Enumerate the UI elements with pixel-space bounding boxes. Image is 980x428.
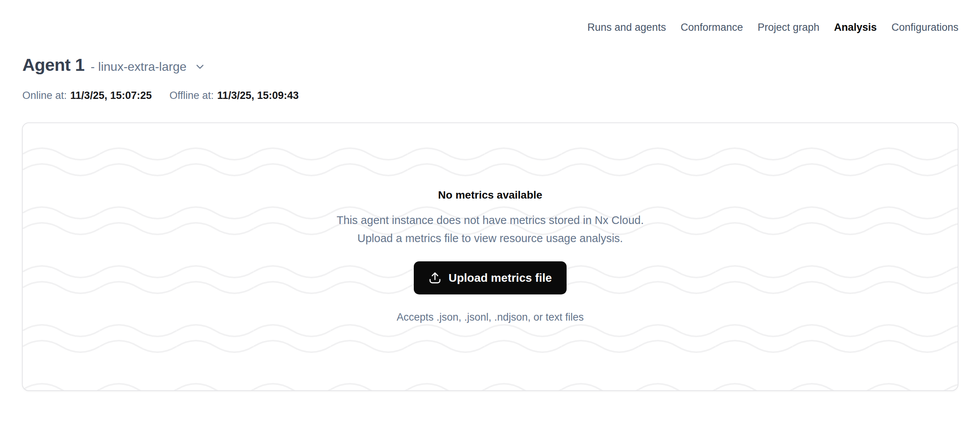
chevron-down-icon xyxy=(194,61,206,74)
nav-item-project-graph[interactable]: Project graph xyxy=(758,21,819,33)
nav-item-runs-and-agents[interactable]: Runs and agents xyxy=(587,21,666,33)
offline-at-value: 11/3/25, 15:09:43 xyxy=(217,90,299,101)
offline-at-label: Offline at: xyxy=(169,90,214,101)
nav-item-analysis[interactable]: Analysis xyxy=(834,21,877,33)
offline-at: Offline at:11/3/25, 15:09:43 xyxy=(169,89,299,102)
empty-state-heading: No metrics available xyxy=(438,189,542,201)
empty-state-line1: This agent instance does not have metric… xyxy=(337,214,644,226)
page-header: Agent 1 - linux-extra-large xyxy=(22,55,206,75)
empty-state-description: This agent instance does not have metric… xyxy=(337,211,644,247)
accepted-file-types-note: Accepts .json, .jsonl, .ndjson, or text … xyxy=(396,310,584,324)
metrics-empty-state-card: No metrics available This agent instance… xyxy=(22,122,958,391)
online-at: Online at:11/3/25, 15:07:25 xyxy=(22,89,152,102)
agent-flavor-label: - linux-extra-large xyxy=(91,60,187,74)
agent-times-row: Online at:11/3/25, 15:07:25 Offline at:1… xyxy=(22,89,299,102)
empty-state-content: No metrics available This agent instance… xyxy=(23,123,958,390)
upload-icon xyxy=(428,271,442,284)
online-at-value: 11/3/25, 15:07:25 xyxy=(70,90,152,101)
nav-item-configurations[interactable]: Configurations xyxy=(891,21,958,33)
upload-metrics-button[interactable]: Upload metrics file xyxy=(414,261,566,294)
upload-button-label: Upload metrics file xyxy=(448,271,552,284)
top-nav: Runs and agents Conformance Project grap… xyxy=(587,21,958,33)
agent-select-dropdown[interactable] xyxy=(194,61,206,74)
online-at-label: Online at: xyxy=(22,90,67,101)
nav-item-conformance[interactable]: Conformance xyxy=(681,21,743,33)
page-title: Agent 1 xyxy=(22,55,85,75)
empty-state-line2: Upload a metrics file to view resource u… xyxy=(358,232,623,244)
